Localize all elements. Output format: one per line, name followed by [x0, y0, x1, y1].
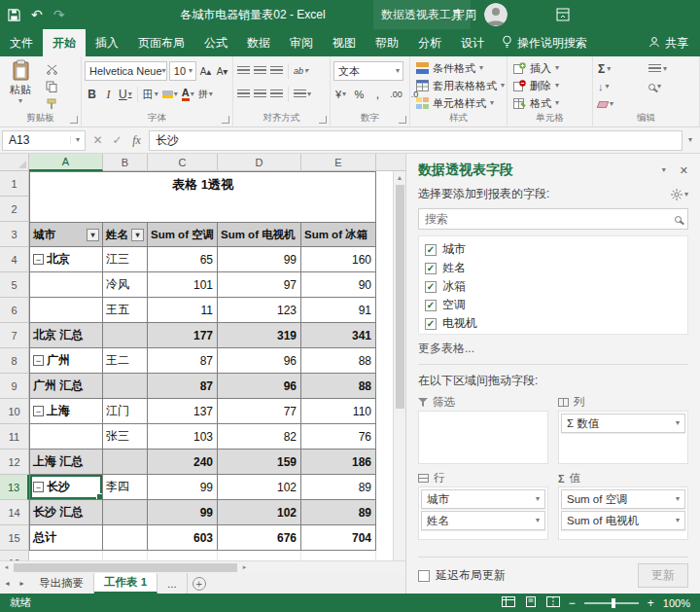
- columns-dropzone[interactable]: Σ 数值: [558, 411, 688, 464]
- cell-C16[interactable]: [148, 551, 218, 560]
- sheet-tab-导出摘要[interactable]: 导出摘要: [29, 573, 94, 594]
- cell-B13[interactable]: 李四: [103, 475, 148, 500]
- field-item-空调[interactable]: 空调: [425, 296, 682, 314]
- cell-B9[interactable]: [103, 374, 148, 399]
- row-header-3[interactable]: 3: [0, 222, 29, 247]
- checkbox-姓名[interactable]: [425, 263, 437, 274]
- cell-E5[interactable]: 90: [301, 272, 376, 298]
- row-header-6[interactable]: 6: [0, 298, 29, 323]
- ribbon-tab-审阅[interactable]: 审阅: [280, 29, 323, 56]
- align-center-icon[interactable]: [253, 85, 267, 104]
- number-dialog-launcher[interactable]: [399, 116, 406, 124]
- values-dropzone[interactable]: Sum of 空调Sum of 电视机: [558, 486, 688, 540]
- cell-C9[interactable]: 87: [148, 374, 218, 399]
- select-all-corner[interactable]: [0, 154, 29, 171]
- scroll-up-icon[interactable]: ▲: [394, 171, 405, 184]
- align-top-icon[interactable]: [236, 61, 251, 81]
- column-header-E[interactable]: E: [301, 154, 376, 171]
- share-button[interactable]: 共享: [637, 29, 700, 56]
- tools-button[interactable]: [671, 189, 688, 200]
- cell-D13[interactable]: 102: [218, 475, 301, 500]
- cell-C5[interactable]: 101: [148, 272, 218, 298]
- redo-icon[interactable]: ↷: [53, 7, 65, 22]
- filter-icon[interactable]: [131, 229, 144, 241]
- update-button[interactable]: 更新: [638, 563, 688, 588]
- cut-button[interactable]: [43, 61, 60, 77]
- percent-format-icon[interactable]: %: [352, 85, 367, 104]
- cell-E16[interactable]: [301, 551, 376, 560]
- cell-D11[interactable]: 82: [218, 424, 301, 450]
- fill-color-button[interactable]: [161, 85, 179, 104]
- cell-E10[interactable]: 110: [301, 399, 376, 424]
- cell-E11[interactable]: 76: [301, 424, 376, 450]
- row-header-11[interactable]: 11: [0, 424, 29, 450]
- ribbon-tab-开始[interactable]: 开始: [43, 29, 86, 56]
- cell-C15[interactable]: 603: [148, 525, 218, 551]
- cell-B5[interactable]: 冷风: [103, 272, 148, 298]
- insert-cells-button[interactable]: 插入: [510, 59, 589, 77]
- zoom-slider-thumb[interactable]: [612, 598, 615, 608]
- cell-B14[interactable]: [103, 500, 148, 525]
- cell-A16[interactable]: [29, 551, 103, 560]
- prev-sheet-icon[interactable]: ◂: [0, 573, 15, 594]
- cell-A12[interactable]: 上海 汇总: [29, 450, 103, 475]
- name-box[interactable]: A13: [2, 130, 86, 151]
- cell-A7[interactable]: 北京 汇总: [29, 323, 103, 348]
- cell-D5[interactable]: 97: [218, 272, 301, 298]
- cell-A8[interactable]: −广州: [29, 348, 103, 374]
- filters-dropzone[interactable]: [418, 411, 548, 464]
- pane-options-icon[interactable]: [662, 166, 666, 174]
- row-header-7[interactable]: 7: [0, 323, 29, 348]
- row-header-5[interactable]: 5: [0, 272, 29, 298]
- copy-button[interactable]: [43, 79, 60, 94]
- merge-center-icon[interactable]: [293, 85, 312, 104]
- field-item-冰箱[interactable]: 冰箱: [425, 277, 682, 296]
- ribbon-display-options-icon[interactable]: [556, 8, 570, 24]
- font-size-select[interactable]: 10: [169, 61, 196, 81]
- tell-me-box[interactable]: 操作说明搜索: [494, 29, 595, 56]
- cell-A4[interactable]: −北京: [29, 247, 103, 272]
- cell-C10[interactable]: 137: [148, 399, 218, 424]
- row-header-13[interactable]: 13: [0, 475, 29, 500]
- cell-C14[interactable]: 99: [148, 500, 218, 525]
- vertical-scroll-thumb[interactable]: [396, 185, 404, 409]
- ribbon-tab-文件[interactable]: 文件: [0, 29, 43, 56]
- horizontal-scroll-thumb[interactable]: [14, 563, 237, 572]
- cell-C13[interactable]: 99: [148, 475, 218, 500]
- row-header-8[interactable]: 8: [0, 348, 29, 374]
- italic-button[interactable]: I: [101, 85, 116, 104]
- format-as-table-button[interactable]: 套用表格格式: [413, 77, 504, 94]
- field-pill-Sum of 电视机[interactable]: Sum of 电视机: [561, 511, 685, 530]
- ribbon-tab-视图[interactable]: 视图: [323, 29, 366, 56]
- cell-B10[interactable]: 江门: [103, 399, 148, 424]
- cell-D4[interactable]: 99: [218, 247, 301, 272]
- checkbox-城市[interactable]: [425, 244, 437, 256]
- cell-C6[interactable]: 11: [148, 298, 218, 323]
- rows-dropzone[interactable]: 城市姓名: [418, 486, 548, 540]
- cell-A13[interactable]: −长沙: [29, 475, 103, 500]
- new-sheet-icon[interactable]: [192, 577, 206, 591]
- pivot-title-cell[interactable]: 表格 1透视: [29, 171, 376, 197]
- avatar[interactable]: [484, 3, 508, 26]
- clipboard-dialog-launcher[interactable]: [70, 116, 78, 124]
- cell-D15[interactable]: 676: [218, 525, 301, 551]
- pivot-title-spacer-cell[interactable]: [29, 197, 376, 222]
- row-header-1[interactable]: 1: [0, 171, 29, 197]
- cell-C4[interactable]: 65: [148, 247, 218, 272]
- checkbox-电视机[interactable]: [425, 318, 437, 330]
- cell-D6[interactable]: 123: [218, 298, 301, 323]
- cell-D12[interactable]: 159: [218, 450, 301, 475]
- row-header-2[interactable]: 2: [0, 197, 29, 222]
- grow-font-icon[interactable]: A▴: [198, 61, 213, 81]
- vertical-scrollbar[interactable]: ▲: [393, 171, 405, 560]
- row-header-12[interactable]: 12: [0, 450, 29, 475]
- cell-A11[interactable]: [29, 424, 103, 450]
- clear-button[interactable]: [598, 96, 641, 112]
- zoom-slider[interactable]: [584, 602, 639, 604]
- column-header-A[interactable]: A: [29, 154, 103, 171]
- pivot-header-Sum of 冰箱[interactable]: Sum of 冰箱: [301, 222, 376, 247]
- cell-C8[interactable]: 87: [148, 348, 218, 374]
- next-sheet-icon[interactable]: ▸: [15, 573, 29, 594]
- cell-D7[interactable]: 319: [218, 323, 301, 348]
- phonetic-guide-button[interactable]: 拼: [197, 85, 214, 104]
